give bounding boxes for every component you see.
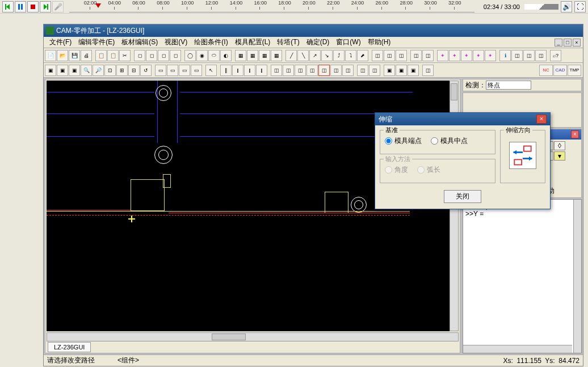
tool-icon[interactable]: ✦ [449,50,460,61]
tool-icon[interactable]: ↺ [140,65,152,76]
tool-icon[interactable]: ↘ [321,50,333,61]
console-pane[interactable]: >>X = | >>Y = [463,199,582,353]
pause-button[interactable] [15,1,26,12]
dialog-close-button[interactable]: 关闭 [444,190,481,203]
tool-icon[interactable]: ⬭ [208,50,220,61]
tool-icon[interactable]: ▦ [271,50,282,61]
tool-icon[interactable]: ✦ [461,50,472,61]
tool-icon[interactable]: ◫ [372,50,383,61]
shape-icon[interactable]: ▾ [554,151,565,161]
menu-draw-cond[interactable]: 绘图条件(I) [191,36,231,48]
tool-icon[interactable]: ╲ [297,50,309,61]
radio-tool-end[interactable]: 模具端点 [385,136,422,146]
direction-toggle-icon[interactable] [509,142,536,169]
dialog-titlebar[interactable]: 伸缩 × [375,113,550,125]
tool-icon[interactable]: ╱ [285,50,297,61]
tool-icon[interactable]: ⫿ [244,65,255,76]
tool-icon[interactable]: ▣ [384,65,395,76]
tool-icon[interactable]: ◫ [295,65,306,76]
tool-icon[interactable]: ◻ [146,50,157,61]
tool-icon[interactable]: ▭ [155,65,166,76]
tool-icon[interactable]: ↗ [309,50,321,61]
tool-icon[interactable]: ▭ [179,65,190,76]
menu-file[interactable]: 文件(F) [46,36,75,48]
tool-icon[interactable]: ⫿ [256,65,267,76]
tool-icon[interactable]: ◉ [196,50,208,61]
tool-icon[interactable]: 📋 [107,50,119,61]
timeline-cursor[interactable] [95,3,101,8]
tool-icon[interactable]: ‖ [220,65,232,76]
mdi-min-icon[interactable]: _ [555,39,562,47]
tool-icon[interactable]: ◫ [318,65,330,76]
tool-icon[interactable]: ◻ [170,50,181,61]
tool-icon[interactable]: ▭ [191,65,202,76]
help-pointer-icon[interactable]: ⌕? [550,50,561,61]
tool-icon[interactable]: 🔎 [93,65,104,76]
tool-icon[interactable]: ✦ [485,50,496,61]
tool-icon[interactable]: ⤴ [333,50,345,61]
tool-icon[interactable]: ▣ [396,65,407,76]
console-scroll-v[interactable] [573,200,581,353]
tool-icon[interactable]: ▣ [45,65,56,76]
tool-icon[interactable]: ▣ [69,65,80,76]
tool-icon[interactable]: ▦ [235,50,246,61]
tool-icon[interactable]: ◫ [422,65,434,76]
tool-icon[interactable]: ⤵ [345,50,356,61]
scrollbar-horizontal[interactable] [47,332,459,341]
tool-icon[interactable]: 📋 [95,50,107,61]
mdi-max-icon[interactable]: □ [564,39,572,47]
tool-icon[interactable]: ◫ [396,50,407,61]
tool-icon[interactable]: 🔍 [81,65,92,76]
palette-close-icon[interactable]: × [571,130,579,138]
speaker-icon[interactable]: 🔊 [561,1,572,12]
tool-icon[interactable]: ◐ [220,50,232,61]
mdi-close-icon[interactable]: × [573,39,581,47]
tool-icon[interactable]: ◻ [134,50,145,61]
tool-icon[interactable]: ▣ [408,65,419,76]
tool-icon[interactable]: ▣ [57,65,68,76]
tool-icon[interactable]: 💾 [69,50,80,61]
tool-icon[interactable]: ◫ [330,65,342,76]
tool-icon[interactable]: ◫ [410,50,422,61]
menu-help[interactable]: 帮助(H) [364,36,394,48]
tool-icon[interactable]: ✦ [437,50,448,61]
tool-icon[interactable]: ◫ [369,65,380,76]
tool-icon[interactable]: ▦ [259,50,270,61]
tool-icon[interactable]: ◻ [158,50,169,61]
tool-icon[interactable]: 📂 [57,50,68,61]
tool-icon[interactable]: ✂ [119,50,131,61]
tool-icon[interactable]: ◫ [384,50,395,61]
tool-icon[interactable]: ✦ [473,50,484,61]
tool-icon[interactable]: ▭ [167,65,178,76]
tool-icon[interactable]: 🖨 [81,50,92,61]
skip-fwd-button[interactable] [40,1,51,12]
menu-edit-part[interactable]: 编辑零件(E) [75,36,118,48]
info-icon[interactable]: ℹ [499,50,511,61]
pointer-icon[interactable]: ↖ [205,65,217,76]
tool-icon[interactable]: ⊟ [128,65,140,76]
tool-icon[interactable]: ◫ [306,65,318,76]
tool-icon[interactable]: ◫ [283,65,294,76]
stop-button[interactable] [27,1,39,12]
skip-back-button[interactable] [2,1,14,12]
tool-icon[interactable]: ◫ [271,65,282,76]
volume-slider[interactable] [524,4,558,10]
radio-tool-mid[interactable]: 模具中点 [431,136,468,146]
detect-input[interactable] [486,81,531,90]
menu-tool-config[interactable]: 模具配置(L) [232,36,274,48]
menu-turret[interactable]: 转塔(T) [274,36,303,48]
doc-tab[interactable]: LZ-236GUI [48,342,91,352]
shape-icon[interactable]: ◊ [554,141,565,150]
tool-icon[interactable]: ◫ [357,65,368,76]
menu-sheet-edit[interactable]: 板材编辑(S) [118,36,161,48]
tool-icon[interactable]: ◫ [523,50,535,61]
menu-view[interactable]: 视图(V) [161,36,191,48]
temp-icon[interactable]: TMP [568,65,581,76]
menu-window[interactable]: 窗口(W) [333,36,364,48]
tool-icon[interactable]: ◫ [511,50,523,61]
menu-confirm[interactable]: 确定(D) [303,36,333,48]
nc-icon[interactable]: NC [539,65,553,76]
timeline[interactable]: 02:00 04:00 06:00 08:00 10:00 12:00 14:0… [69,1,474,12]
tool-icon[interactable]: ◫ [422,50,434,61]
tool-icon[interactable]: ◯ [184,50,196,61]
